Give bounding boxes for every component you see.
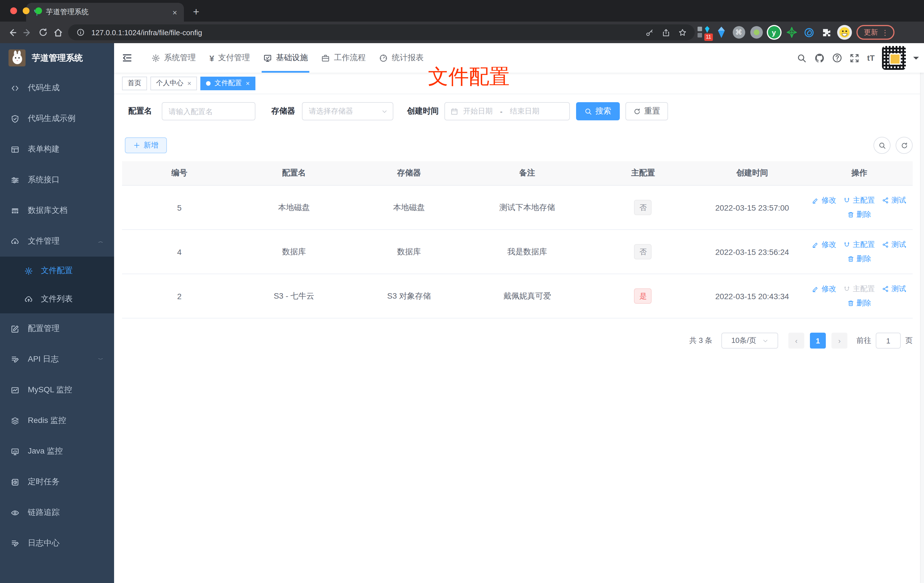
nav-item-system[interactable]: 系统管理 — [145, 43, 203, 73]
sidebar-item-file-config[interactable]: 文件配置 — [0, 257, 114, 285]
address-bar[interactable]: 127.0.0.1:1024/infra/file/file-config — [68, 25, 695, 40]
sidebar-item-java-monitor[interactable]: Java 监控 — [0, 436, 114, 467]
extension-star-icon[interactable] — [783, 25, 800, 40]
extension-puzzle-icon[interactable] — [818, 25, 835, 40]
add-button[interactable]: 新增 — [125, 137, 167, 153]
tag-file-config[interactable]: 文件配置× — [200, 76, 256, 90]
edit-link[interactable]: 修改 — [812, 239, 836, 250]
font-size-icon[interactable]: tT — [867, 53, 874, 63]
sidebar-item-file-list[interactable]: 文件列表 — [0, 285, 114, 313]
date-range-picker[interactable]: 开始日期 - 结束日期 — [444, 102, 570, 121]
sidebar-item-log-center[interactable]: 日志中心 — [0, 528, 114, 558]
edit-link[interactable]: 修改 — [812, 195, 836, 205]
prev-page-button[interactable]: ‹ — [788, 333, 804, 348]
sidebar-item-config-mgmt[interactable]: 配置管理 — [0, 313, 114, 344]
url-text[interactable]: 127.0.0.1:1024/infra/file/file-config — [91, 28, 639, 36]
browser-tab[interactable]: 芋道管理系统 × — [26, 3, 184, 21]
delete-link[interactable]: 删除 — [847, 298, 871, 308]
test-link[interactable]: 测试 — [882, 195, 906, 205]
nav-item-workflow[interactable]: 工作流程 — [315, 43, 373, 73]
site-info-icon[interactable] — [75, 27, 86, 38]
storage-label: 存储器 — [271, 106, 295, 116]
nav-item-payment[interactable]: ¥支付管理 — [203, 43, 257, 73]
sidebar-item-db-doc[interactable]: 数据库文档 — [0, 195, 114, 226]
extension-swirl-icon[interactable] — [800, 25, 818, 40]
close-icon[interactable]: × — [246, 79, 250, 87]
sidebar-item-form-builder[interactable]: 表单构建 — [0, 134, 114, 165]
reload-icon[interactable] — [35, 25, 51, 40]
sidebar-item-api-log[interactable]: API 日志﹀ — [0, 344, 114, 375]
sidebar-logo[interactable]: 芋道管理系统 — [0, 43, 114, 73]
goto-page-input[interactable] — [876, 333, 901, 348]
scrollbar-track[interactable] — [920, 43, 924, 583]
sidebar-item-file-mgmt[interactable]: 文件管理︿ — [0, 226, 114, 257]
help-icon[interactable] — [832, 53, 842, 63]
table-row: 5 本地磁盘 本地磁盘 测试下本地存储 否 2022-03-15 23:57:0… — [122, 186, 912, 230]
delete-link[interactable]: 删除 — [847, 210, 871, 220]
cell-actions: 修改 主配置 测试 删除 — [806, 239, 912, 264]
master-config-link[interactable]: 主配置 — [844, 239, 875, 250]
avatar[interactable] — [882, 46, 906, 70]
extension-cmd-icon[interactable]: ⌘ — [730, 25, 747, 40]
search-icon[interactable] — [797, 53, 807, 63]
edit-link[interactable]: 修改 — [812, 284, 836, 294]
bookmark-star-icon[interactable] — [676, 27, 688, 38]
fullscreen-icon[interactable] — [850, 53, 860, 63]
minimize-window-button[interactable] — [23, 7, 30, 14]
extension-emoji-icon[interactable] — [835, 25, 853, 40]
table-row: 2 S3 - 七牛云 S3 对象存储 戴佩妮真可爱 是 2022-03-15 2… — [122, 274, 912, 319]
nav-item-reports[interactable]: 统计报表 — [373, 43, 431, 73]
extension-spinel-icon[interactable] — [712, 25, 730, 40]
master-config-link[interactable]: 主配置 — [844, 195, 875, 205]
page-size-select[interactable]: 10条/页 — [721, 333, 778, 348]
sidebar-item-code-gen[interactable]: 代码生成 — [0, 73, 114, 103]
password-key-icon[interactable] — [644, 27, 655, 38]
shield-check-icon — [11, 114, 19, 123]
new-tab-button[interactable]: + — [193, 6, 199, 17]
reset-button[interactable]: 重置 — [625, 102, 668, 121]
sidebar-item-tracing[interactable]: 链路追踪 — [0, 497, 114, 528]
test-link[interactable]: 测试 — [882, 239, 906, 250]
back-icon[interactable] — [5, 25, 20, 40]
sidebar-item-system-api[interactable]: 系统接口 — [0, 165, 114, 195]
sidebar-item-mysql-monitor[interactable]: MySQL 监控 — [0, 375, 114, 405]
extension-gem-icon[interactable]: 11 — [695, 25, 712, 40]
header-actions: tT — [797, 46, 924, 70]
sidebar-item-scheduled-jobs[interactable]: 定时任务 — [0, 467, 114, 497]
sidebar-fold-icon[interactable] — [122, 53, 132, 63]
avatar-caret-down-icon[interactable] — [913, 56, 919, 62]
next-page-button[interactable]: › — [832, 333, 847, 348]
maximize-window-button[interactable] — [35, 7, 42, 14]
browser-menu-dots-icon[interactable]: ⋮ — [881, 29, 889, 36]
tag-home[interactable]: 首页 — [122, 76, 147, 90]
sidebar-item-redis-monitor[interactable]: Redis 监控 — [0, 405, 114, 436]
forward-icon[interactable] — [20, 25, 35, 40]
chart-line-icon — [11, 386, 19, 394]
tab-close-icon[interactable]: × — [173, 8, 177, 16]
github-icon[interactable] — [815, 53, 825, 63]
config-name-input[interactable] — [162, 103, 255, 120]
extension-dot-icon[interactable] — [747, 25, 765, 40]
search-button[interactable]: 搜索 — [576, 102, 620, 121]
sidebar-item-code-demo[interactable]: 代码生成示例 — [0, 103, 114, 134]
storage-select[interactable]: 请选择存储器 — [302, 102, 393, 121]
sidebar: 芋道管理系统 代码生成 代码生成示例 表单构建 系统接口 数据库文档 文件管理︿… — [0, 43, 114, 583]
annotation-overlay: 文件配置 — [428, 65, 510, 88]
search-toggle-button[interactable] — [873, 137, 891, 154]
current-page-button[interactable]: 1 — [810, 333, 826, 348]
refresh-table-button[interactable] — [896, 137, 912, 154]
extension-y-icon[interactable]: y — [765, 25, 783, 40]
share-icon[interactable] — [660, 27, 672, 38]
close-icon[interactable]: × — [187, 79, 191, 87]
test-link[interactable]: 测试 — [882, 284, 906, 294]
main-area: 系统管理 ¥支付管理 基础设施 工作流程 统计报表 tT 首页 — [114, 43, 924, 583]
delete-link[interactable]: 删除 — [847, 254, 871, 264]
share-nodes-icon — [882, 241, 889, 248]
close-window-button[interactable] — [10, 7, 17, 14]
nav-item-infrastructure[interactable]: 基础设施 — [257, 43, 315, 73]
browser-update-button[interactable]: 更新 ⋮ — [856, 25, 894, 40]
cloud-download-icon — [11, 237, 19, 246]
home-icon[interactable] — [51, 25, 66, 40]
tag-profile[interactable]: 个人中心× — [150, 76, 197, 90]
table-solid-icon — [11, 206, 19, 215]
